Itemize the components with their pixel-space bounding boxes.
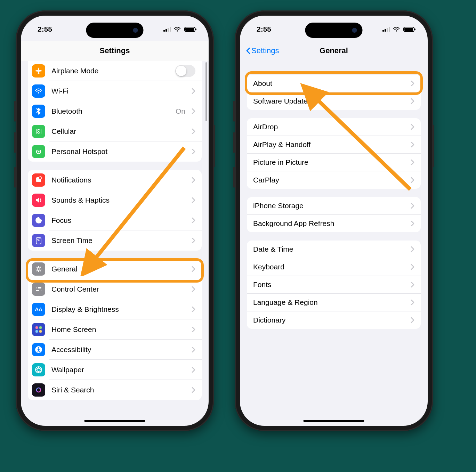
row-screen-time[interactable]: Screen Time bbox=[28, 230, 202, 251]
sounds-icon bbox=[32, 194, 45, 207]
navbar-general: Settings General bbox=[240, 41, 428, 61]
scrollbar[interactable] bbox=[205, 62, 207, 121]
row-background-app-refresh[interactable]: Background App Refresh bbox=[247, 214, 421, 232]
wifi-setting-icon bbox=[32, 84, 45, 98]
focus-icon bbox=[32, 214, 45, 227]
row-label: Siri & Search bbox=[51, 386, 185, 394]
chevron-right-icon bbox=[192, 367, 195, 373]
phone-1: 2:55 Settings Airplane Mode W bbox=[16, 10, 214, 431]
row-iphone-storage[interactable]: iPhone Storage bbox=[247, 197, 421, 214]
row-picture-in-picture[interactable]: Picture in Picture bbox=[247, 153, 421, 171]
row-label: iPhone Storage bbox=[253, 202, 404, 210]
chevron-right-icon bbox=[192, 108, 195, 114]
row-airdrop[interactable]: AirDrop bbox=[247, 118, 421, 136]
row-notifications[interactable]: Notifications bbox=[28, 170, 202, 190]
row-wallpaper[interactable]: Wallpaper bbox=[28, 360, 202, 380]
dynamic-island bbox=[305, 23, 363, 38]
row-label: AirDrop bbox=[253, 123, 404, 131]
row-software-update[interactable]: Software Update bbox=[247, 92, 421, 110]
phone-2: 2:55 Settings General About Softwa bbox=[235, 10, 433, 431]
row-label: Language & Region bbox=[253, 298, 404, 307]
battery-icon bbox=[403, 27, 414, 32]
notifications-icon bbox=[32, 173, 45, 187]
row-dictionary[interactable]: Dictionary bbox=[247, 311, 421, 329]
row-bluetooth[interactable]: Bluetooth On bbox=[28, 101, 202, 121]
cellular-icon bbox=[32, 125, 45, 138]
row-sounds-haptics[interactable]: Sounds & Haptics bbox=[28, 190, 202, 210]
group-alerts: Notifications Sounds & Haptics Focus Scr… bbox=[28, 170, 202, 251]
chevron-right-icon bbox=[192, 149, 195, 154]
row-label: Wallpaper bbox=[51, 366, 185, 374]
screentime-icon bbox=[32, 234, 45, 247]
status-time: 2:55 bbox=[38, 23, 52, 33]
row-general[interactable]: General bbox=[28, 259, 202, 279]
row-personal-hotspot[interactable]: Personal Hotspot bbox=[28, 141, 202, 162]
row-label: Date & Time bbox=[253, 245, 404, 253]
row-label: Notifications bbox=[51, 176, 185, 184]
row-label: Home Screen bbox=[51, 325, 185, 334]
row-language-region[interactable]: Language & Region bbox=[247, 293, 421, 311]
row-about[interactable]: About bbox=[247, 75, 421, 92]
row-siri-search[interactable]: Siri & Search bbox=[28, 380, 202, 400]
row-label: General bbox=[51, 265, 185, 273]
row-detail: On bbox=[176, 107, 185, 115]
row-cellular[interactable]: Cellular bbox=[28, 121, 202, 141]
home-screen-icon bbox=[32, 323, 45, 336]
chevron-right-icon bbox=[411, 264, 414, 270]
row-label: Control Center bbox=[51, 285, 185, 293]
row-label: Picture in Picture bbox=[253, 158, 404, 166]
back-button[interactable]: Settings bbox=[243, 41, 282, 61]
row-airplay-handoff[interactable]: AirPlay & Handoff bbox=[247, 136, 421, 153]
chevron-right-icon bbox=[192, 327, 195, 332]
chevron-right-icon bbox=[411, 142, 414, 147]
bluetooth-icon bbox=[32, 105, 45, 118]
cellular-signal-icon bbox=[382, 27, 390, 32]
navbar-settings: Settings bbox=[21, 41, 209, 61]
row-home-screen[interactable]: Home Screen bbox=[28, 319, 202, 340]
row-label: Keyboard bbox=[253, 263, 404, 271]
chevron-right-icon bbox=[192, 88, 195, 94]
hotspot-icon bbox=[32, 145, 45, 158]
row-label: Airplane Mode bbox=[51, 67, 169, 75]
chevron-right-icon bbox=[192, 238, 195, 243]
row-display-brightness[interactable]: Display & Brightness bbox=[28, 299, 202, 319]
page-title: Settings bbox=[100, 46, 130, 55]
status-indicators bbox=[382, 25, 414, 32]
row-keyboard[interactable]: Keyboard bbox=[247, 258, 421, 276]
battery-icon bbox=[184, 27, 195, 32]
row-accessibility[interactable]: Accessibility bbox=[28, 340, 202, 360]
row-label: Personal Hotspot bbox=[51, 147, 185, 156]
general-icon bbox=[32, 262, 45, 276]
row-fonts[interactable]: Fonts bbox=[247, 276, 421, 293]
home-indicator[interactable] bbox=[84, 420, 145, 422]
row-label: Display & Brightness bbox=[51, 305, 185, 314]
content-general[interactable]: About Software Update AirDrop AirPlay & … bbox=[240, 61, 428, 426]
group-locale: Date & Time Keyboard Fonts Language & Re… bbox=[247, 241, 421, 329]
chevron-right-icon bbox=[192, 286, 195, 292]
row-focus[interactable]: Focus bbox=[28, 210, 202, 230]
content-settings[interactable]: Airplane Mode Wi-Fi Bluetooth On bbox=[21, 61, 209, 426]
screen-1: 2:55 Settings Airplane Mode W bbox=[21, 16, 209, 426]
siri-icon bbox=[32, 383, 45, 397]
chevron-left-icon bbox=[246, 48, 251, 55]
chevron-right-icon bbox=[192, 307, 195, 312]
chevron-right-icon bbox=[192, 177, 195, 183]
row-label: Fonts bbox=[253, 280, 404, 289]
chevron-right-icon bbox=[411, 124, 414, 130]
row-label: Bluetooth bbox=[51, 107, 169, 115]
chevron-right-icon bbox=[192, 129, 195, 134]
row-wifi[interactable]: Wi-Fi bbox=[28, 81, 202, 101]
row-date-time[interactable]: Date & Time bbox=[247, 241, 421, 258]
row-airplane-mode[interactable]: Airplane Mode bbox=[28, 61, 202, 81]
accessibility-icon bbox=[32, 343, 45, 356]
toggle-airplane[interactable] bbox=[175, 65, 195, 77]
chevron-right-icon bbox=[192, 387, 195, 393]
row-carplay[interactable]: CarPlay bbox=[247, 171, 421, 189]
group-system: General Control Center Display & Brightn… bbox=[28, 259, 202, 400]
row-control-center[interactable]: Control Center bbox=[28, 279, 202, 299]
wifi-icon bbox=[393, 27, 400, 32]
home-indicator[interactable] bbox=[304, 420, 364, 422]
chevron-right-icon bbox=[411, 282, 414, 287]
row-label: Cellular bbox=[51, 127, 185, 136]
chevron-right-icon bbox=[411, 160, 414, 165]
